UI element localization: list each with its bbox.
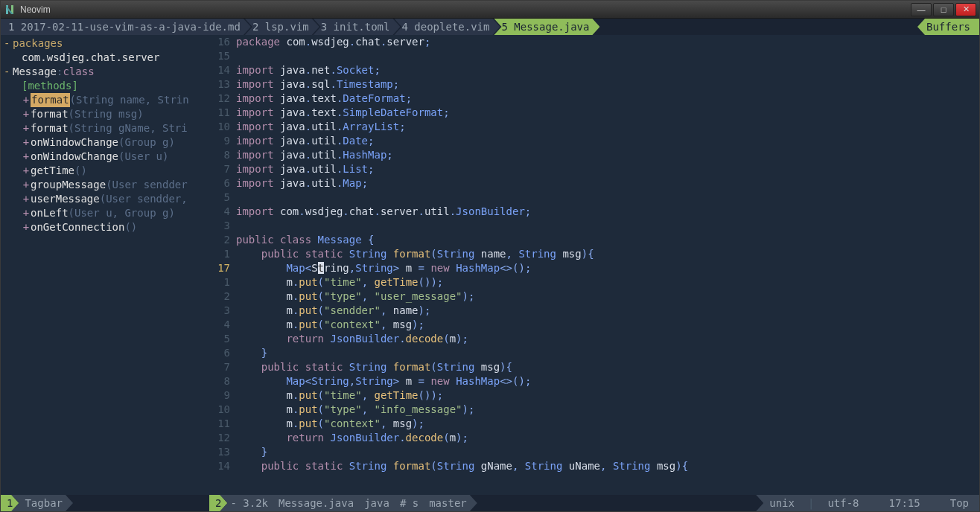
- line-number: 1: [209, 275, 230, 289]
- code-line[interactable]: import java.util.Date;: [236, 134, 979, 148]
- code-line[interactable]: import java.sql.Timestamp;: [236, 77, 979, 92]
- code-line[interactable]: import java.text.DateFormat;: [236, 92, 979, 106]
- status-position: 17:15: [889, 497, 920, 509]
- code-line[interactable]: m.put("type", "info_message");: [236, 403, 979, 417]
- code-line[interactable]: return JsonBuilder.decode(m);: [236, 431, 979, 445]
- line-number: 1: [209, 247, 230, 261]
- code-line[interactable]: import java.text.SimpleDateFormat;: [236, 106, 979, 120]
- line-number: 4: [209, 205, 230, 219]
- code-line[interactable]: m.put("time", getTime());: [236, 275, 979, 289]
- code-line[interactable]: m.put("context", msg);: [236, 318, 979, 332]
- tagbar-panel[interactable]: -packagescom.wsdjeg.chat.server-Message …: [1, 35, 209, 495]
- line-number: 8: [209, 374, 230, 388]
- code-line[interactable]: package com.wsdjeg.chat.server;: [236, 35, 979, 49]
- code-line[interactable]: import java.util.ArrayList;: [236, 120, 979, 134]
- code-line[interactable]: [236, 49, 979, 63]
- code-line[interactable]: }: [236, 346, 979, 360]
- line-number-gutter: 1615141312111098765432117123456789101112…: [209, 35, 236, 495]
- line-number: 6: [209, 176, 230, 191]
- code-line[interactable]: public static String format(String msg){: [236, 360, 979, 374]
- code-line[interactable]: import com.wsdjeg.chat.server.util.JsonB…: [236, 205, 979, 219]
- line-number: 9: [209, 388, 230, 403]
- line-number: 5: [209, 191, 230, 205]
- line-number: 16: [209, 35, 230, 49]
- code-area[interactable]: package com.wsdjeg.chat.server; import j…: [236, 35, 979, 495]
- buffer-tab[interactable]: 5 Message.java: [494, 19, 599, 35]
- code-line[interactable]: m.put("type", "user_message");: [236, 289, 979, 304]
- code-line[interactable]: public static String format(String gName…: [236, 459, 979, 473]
- line-number: 12: [209, 92, 230, 106]
- buffer-tab[interactable]: 2 lsp.vim: [245, 19, 319, 35]
- line-number: 6: [209, 346, 230, 360]
- status-name-left: Tagbar: [11, 495, 73, 511]
- line-number: 7: [209, 162, 230, 176]
- close-button[interactable]: ✕: [955, 3, 976, 16]
- code-line[interactable]: Map<String,String> m = new HashMap<>();: [236, 261, 979, 275]
- code-line[interactable]: [236, 191, 979, 205]
- line-number: 13: [209, 445, 230, 459]
- line-number: 17: [209, 261, 230, 275]
- line-number: 5: [209, 332, 230, 346]
- code-line[interactable]: import java.util.List;: [236, 162, 979, 176]
- status-scroll: Top: [950, 497, 969, 509]
- code-line[interactable]: [236, 219, 979, 233]
- code-line[interactable]: return JsonBuilder.decode(m);: [236, 332, 979, 346]
- line-number: 15: [209, 49, 230, 63]
- code-line[interactable]: import java.util.HashMap;: [236, 148, 979, 162]
- code-line[interactable]: import java.util.Map;: [236, 176, 979, 191]
- buffer-tabline: 1 2017-02-11-use-vim-as-a-java-ide.md2 l…: [1, 19, 979, 35]
- line-number: 10: [209, 120, 230, 134]
- status-filetype: java: [364, 497, 389, 509]
- buffers-indicator[interactable]: Buffers: [917, 19, 979, 35]
- line-number: 12: [209, 431, 230, 445]
- status-fileformat: unix: [769, 497, 795, 509]
- line-number: 9: [209, 134, 230, 148]
- line-number: 11: [209, 417, 230, 431]
- window-title: Neovim: [20, 4, 51, 15]
- status-hunk: # s: [400, 497, 419, 509]
- line-number: 2: [209, 289, 230, 304]
- code-line[interactable]: public class Message {: [236, 233, 979, 247]
- line-number: 8: [209, 148, 230, 162]
- line-number: 11: [209, 106, 230, 120]
- line-number: 3: [209, 304, 230, 318]
- line-number: 7: [209, 360, 230, 374]
- line-number: 2: [209, 233, 230, 247]
- line-number: 14: [209, 459, 230, 473]
- buffer-tab[interactable]: 3 init.toml: [314, 19, 401, 35]
- status-filename: Message.java: [279, 497, 354, 509]
- code-line[interactable]: Map<String,String> m = new HashMap<>();: [236, 374, 979, 388]
- code-line[interactable]: m.put("time", getTime());: [236, 388, 979, 403]
- status-right-info: unix | utf-8 17:15 Top: [756, 495, 979, 511]
- code-line[interactable]: m.put("context", msg);: [236, 417, 979, 431]
- neovim-icon: [4, 4, 16, 16]
- line-number: 4: [209, 318, 230, 332]
- editor-pane[interactable]: 1615141312111098765432117123456789101112…: [209, 35, 979, 495]
- status-branch: master: [429, 497, 467, 509]
- line-number: 14: [209, 63, 230, 77]
- code-line[interactable]: public static String format(String name,…: [236, 247, 979, 261]
- line-number: 3: [209, 219, 230, 233]
- status-encoding: utf-8: [827, 497, 859, 509]
- minimize-button[interactable]: —: [911, 3, 932, 16]
- line-number: 13: [209, 77, 230, 92]
- buffer-tab[interactable]: 1 2017-02-11-use-vim-as-a-java-ide.md: [1, 19, 251, 35]
- line-number: 10: [209, 403, 230, 417]
- maximize-button[interactable]: □: [933, 3, 954, 16]
- buffer-tab[interactable]: 4 deoplete.vim: [394, 19, 500, 35]
- status-file-info: - 3.2k Message.java java # s master: [220, 495, 477, 511]
- status-size: - 3.2k: [230, 497, 268, 509]
- code-line[interactable]: }: [236, 445, 979, 459]
- code-line[interactable]: m.put("sendder", name);: [236, 304, 979, 318]
- window-titlebar[interactable]: Neovim — □ ✕: [1, 1, 979, 19]
- code-line[interactable]: import java.net.Socket;: [236, 63, 979, 77]
- statusline: 1 Tagbar 2 - 3.2k Message.java java # s …: [1, 495, 979, 511]
